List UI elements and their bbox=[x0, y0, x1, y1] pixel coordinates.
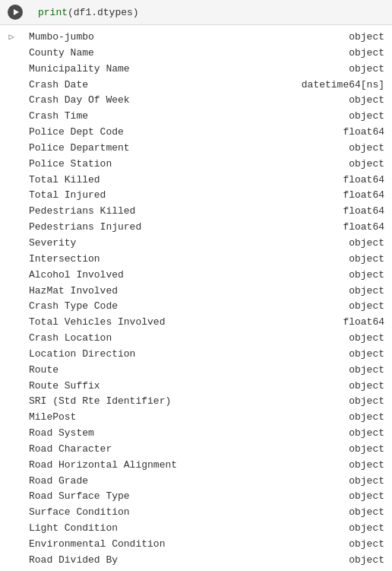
field-type: object bbox=[334, 363, 384, 378]
field-type: object bbox=[334, 284, 384, 299]
table-row: Police Stationobject bbox=[29, 157, 384, 173]
table-row: Total Injuredfloat64 bbox=[29, 188, 384, 204]
field-type: object bbox=[334, 252, 384, 267]
field-name: Mumbo-jumbo bbox=[29, 30, 334, 45]
field-type: datetime64[ns] bbox=[286, 78, 384, 93]
field-name: HazMat Involved bbox=[29, 284, 334, 299]
field-type: object bbox=[334, 506, 384, 520]
table-row: SRI (Std Rte Identifier)object bbox=[29, 394, 384, 410]
field-name: MilePost bbox=[29, 411, 334, 425]
table-row: Road Divided Byobject bbox=[29, 553, 384, 569]
table-row: Police Dept Codefloat64 bbox=[29, 125, 384, 141]
field-name: Crash Time bbox=[29, 109, 334, 124]
table-row: Pedestrians Injuredfloat64 bbox=[29, 220, 384, 236]
table-row: Road Horizontal Alignmentobject bbox=[29, 458, 384, 474]
table-row: County Nameobject bbox=[29, 46, 384, 62]
table-row: Location Directionobject bbox=[29, 347, 384, 363]
field-type: object bbox=[334, 443, 384, 457]
table-row: Mumbo-jumboobject bbox=[29, 30, 384, 46]
side-icon[interactable]: ▷ bbox=[6, 31, 17, 42]
code-args: (df1.dtypes) bbox=[68, 7, 139, 18]
table-row: Route Suffixobject bbox=[29, 379, 384, 395]
field-type: float64 bbox=[327, 220, 384, 235]
table-row: Severityobject bbox=[29, 236, 384, 252]
table-row: Light Conditionobject bbox=[29, 521, 384, 537]
print-keyword: print bbox=[38, 7, 68, 18]
table-row: Police Departmentobject bbox=[29, 141, 384, 157]
field-name: Road Divided By bbox=[29, 554, 334, 568]
field-name: Environmental Condition bbox=[29, 538, 334, 552]
table-row: Total Vehicles Involvedfloat64 bbox=[29, 315, 384, 331]
field-type: object bbox=[334, 538, 384, 552]
field-type: object bbox=[334, 427, 384, 441]
table-row: Crash Day Of Weekobject bbox=[29, 93, 384, 109]
field-type: object bbox=[334, 411, 384, 425]
field-name: Total Killed bbox=[29, 173, 327, 188]
field-type: float64 bbox=[327, 189, 384, 203]
table-row: Municipality Nameobject bbox=[29, 62, 384, 78]
field-type: float64 bbox=[327, 125, 384, 140]
field-name: Road Grade bbox=[29, 474, 334, 489]
table-row: Crash Timeobject bbox=[29, 109, 384, 125]
field-type: object bbox=[334, 268, 384, 283]
table-row: Crash Type Codeobject bbox=[29, 299, 384, 315]
field-name: Light Condition bbox=[29, 522, 334, 536]
field-type: object bbox=[334, 109, 384, 124]
field-name: Total Injured bbox=[29, 189, 327, 203]
field-type: object bbox=[334, 474, 384, 489]
code-cell: print(df1.dtypes) bbox=[38, 7, 139, 18]
table-row: Road Surface Typeobject bbox=[29, 489, 384, 505]
field-name: Police Dept Code bbox=[29, 125, 327, 140]
field-name: Road Horizontal Alignment bbox=[29, 458, 334, 473]
field-type: object bbox=[334, 395, 384, 409]
field-name: Police Station bbox=[29, 157, 334, 172]
field-type: float64 bbox=[327, 173, 384, 188]
field-name: Route bbox=[29, 363, 334, 378]
field-name: Location Direction bbox=[29, 347, 334, 362]
field-name: Police Department bbox=[29, 141, 334, 156]
field-type: object bbox=[334, 141, 384, 156]
table-row: Pedestrians Killedfloat64 bbox=[29, 204, 384, 220]
field-type: object bbox=[334, 236, 384, 251]
field-type: object bbox=[334, 94, 384, 108]
table-row: HazMat Involvedobject bbox=[29, 284, 384, 300]
field-type: object bbox=[334, 490, 384, 504]
table-row: Road Systemobject bbox=[29, 426, 384, 442]
output-area: Mumbo-jumboobjectCounty NameobjectMunici… bbox=[21, 25, 392, 571]
run-button[interactable] bbox=[8, 5, 23, 20]
field-name: Crash Location bbox=[29, 331, 334, 346]
field-type: float64 bbox=[327, 316, 384, 330]
field-type: object bbox=[334, 62, 384, 77]
field-name: Surface Condition bbox=[29, 506, 334, 520]
field-name: Pedestrians Killed bbox=[29, 205, 327, 219]
field-name: Municipality Name bbox=[29, 62, 334, 77]
field-name: SRI (Std Rte Identifier) bbox=[29, 395, 334, 409]
field-name: Crash Date bbox=[29, 78, 286, 93]
field-name: Severity bbox=[29, 236, 334, 251]
table-row: Alcohol Involvedobject bbox=[29, 268, 384, 284]
field-name: Pedestrians Injured bbox=[29, 220, 327, 235]
field-type: object bbox=[334, 554, 384, 568]
table-row: Environmental Conditionobject bbox=[29, 537, 384, 553]
field-type: object bbox=[334, 458, 384, 473]
field-type: object bbox=[334, 157, 384, 172]
field-name: County Name bbox=[29, 46, 334, 61]
table-row: Intersectionobject bbox=[29, 252, 384, 268]
table-row: Road Characterobject bbox=[29, 442, 384, 458]
table-row: Crash Locationobject bbox=[29, 331, 384, 347]
field-name: Crash Type Code bbox=[29, 300, 334, 314]
field-type: object bbox=[334, 522, 384, 536]
table-row: Road Gradeobject bbox=[29, 474, 384, 490]
field-type: object bbox=[334, 300, 384, 314]
field-type: object bbox=[334, 46, 384, 61]
field-type: float64 bbox=[327, 205, 384, 219]
field-name: Route Suffix bbox=[29, 379, 334, 394]
field-type: object bbox=[334, 331, 384, 346]
table-row: Total Killedfloat64 bbox=[29, 173, 384, 189]
field-type: object bbox=[334, 379, 384, 394]
table-row: Surface Conditionobject bbox=[29, 505, 384, 521]
table-row: Crash Datedatetime64[ns] bbox=[29, 78, 384, 94]
field-name: Crash Day Of Week bbox=[29, 94, 334, 108]
field-type: object bbox=[334, 347, 384, 362]
field-name: Road Surface Type bbox=[29, 490, 334, 504]
